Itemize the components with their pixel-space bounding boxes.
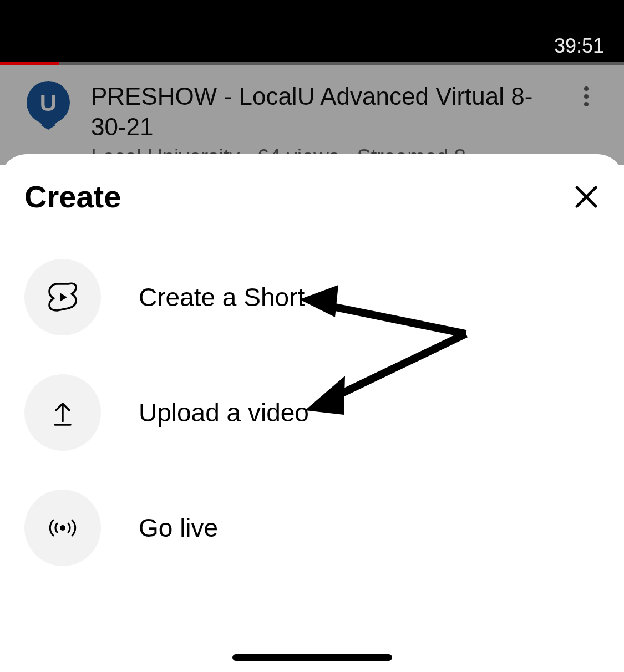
shorts-icon-circle [24, 259, 101, 335]
sheet-options: Create a Short Upload a video [24, 259, 600, 566]
upload-video-option[interactable]: Upload a video [24, 374, 600, 451]
upload-icon-circle [24, 374, 101, 451]
svg-point-3 [584, 102, 589, 106]
more-vertical-icon [584, 86, 589, 106]
close-icon [575, 185, 598, 208]
live-icon-circle [24, 490, 101, 566]
go-live-option[interactable]: Go live [24, 490, 600, 566]
home-indicator[interactable] [232, 654, 392, 661]
channel-letter: U [40, 90, 57, 116]
create-short-option[interactable]: Create a Short [24, 259, 600, 335]
create-short-label: Create a Short [139, 282, 305, 312]
go-live-label: Go live [139, 513, 218, 543]
live-icon [47, 512, 78, 543]
create-bottom-sheet: Create Create a Short [0, 154, 624, 672]
close-button[interactable] [573, 184, 600, 210]
shorts-icon [47, 282, 78, 313]
svg-point-5 [60, 525, 65, 531]
svg-point-2 [584, 94, 589, 99]
sheet-title: Create [24, 179, 121, 215]
sheet-header: Create [24, 179, 600, 215]
upload-video-label: Upload a video [139, 398, 309, 427]
video-title: PRESHOW - LocalU Advanced Virtual 8-30-2… [91, 81, 554, 142]
video-player[interactable]: 39:51 [0, 0, 624, 65]
svg-point-1 [584, 86, 589, 91]
more-options-button[interactable] [575, 85, 597, 108]
upload-icon [47, 397, 78, 428]
video-info-row[interactable]: U PRESHOW - LocalU Advanced Virtual 8-30… [0, 65, 624, 169]
channel-avatar[interactable]: U [27, 81, 70, 130]
video-duration: 39:51 [554, 34, 604, 58]
